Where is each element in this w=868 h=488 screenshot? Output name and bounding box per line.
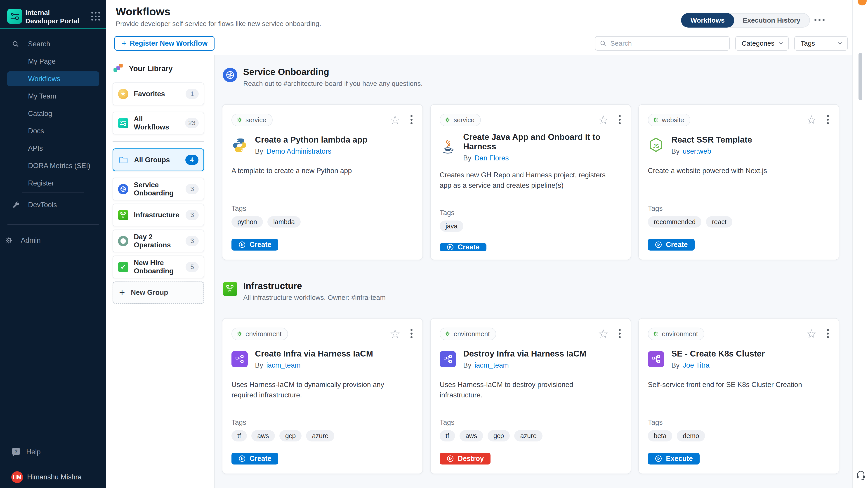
owner-link[interactable]: user:web bbox=[683, 147, 711, 156]
chevron-down-icon bbox=[837, 40, 843, 46]
tab-workflows[interactable]: Workflows bbox=[681, 13, 734, 28]
section-subtitle: All infrastructure workflows. Owner: #in… bbox=[243, 294, 385, 301]
tag-pill[interactable]: beta bbox=[648, 430, 672, 442]
action-label: Execute bbox=[666, 455, 693, 463]
workflow-board: Service Onboarding Reach out to #archite… bbox=[215, 55, 852, 488]
favorite-star-icon[interactable] bbox=[390, 115, 401, 125]
count-badge: 5 bbox=[186, 262, 199, 272]
categories-dropdown[interactable]: Categories bbox=[735, 36, 789, 51]
owner-link[interactable]: iacm_team bbox=[266, 361, 301, 369]
kebab-menu-icon[interactable] bbox=[618, 114, 622, 125]
kebab-menu-icon[interactable] bbox=[618, 328, 622, 339]
by-label: By bbox=[671, 147, 680, 156]
app-grid-icon[interactable] bbox=[91, 12, 101, 22]
by-label: By bbox=[255, 147, 263, 156]
register-new-workflow-button[interactable]: Register New Workflow bbox=[114, 36, 215, 51]
tag-pill[interactable]: gcp bbox=[279, 430, 302, 442]
sidebar-item-my-page[interactable]: My Page bbox=[7, 54, 99, 69]
tag-pill[interactable]: tf bbox=[231, 430, 247, 442]
count-badge: 23 bbox=[185, 118, 199, 128]
view-toggle: Workflows Execution History bbox=[681, 13, 810, 28]
tag-pill[interactable]: recommended bbox=[648, 216, 702, 228]
new-group-button[interactable]: New Group bbox=[113, 282, 204, 304]
section-title: Service Onboarding bbox=[243, 67, 423, 77]
by-label: By bbox=[463, 361, 471, 369]
action-label: Create bbox=[666, 240, 688, 249]
tags-label: Tags bbox=[648, 204, 830, 213]
tag-pill[interactable]: demo bbox=[677, 430, 705, 442]
sidebar-item-dora-metrics[interactable]: DORA Metrics (SEI) bbox=[7, 158, 99, 173]
tag-pill[interactable]: azure bbox=[514, 430, 542, 442]
sidebar-item-register[interactable]: Register bbox=[7, 176, 99, 191]
owner-link[interactable]: iacm_team bbox=[474, 361, 509, 369]
favorite-star-icon[interactable] bbox=[806, 329, 817, 339]
kebab-menu-icon[interactable] bbox=[410, 114, 413, 125]
library-item-new-hire-onboarding[interactable]: New Hire Onboarding 5 bbox=[113, 256, 204, 278]
sidebar-item-apis[interactable]: APIs bbox=[7, 141, 99, 156]
favorite-star-icon[interactable] bbox=[806, 115, 817, 125]
gear-icon bbox=[444, 117, 451, 123]
favorite-star-icon[interactable] bbox=[598, 329, 609, 339]
tag-pill[interactable]: python bbox=[231, 216, 263, 228]
library-divider bbox=[113, 141, 204, 142]
kebab-menu-icon[interactable] bbox=[826, 328, 830, 339]
favorite-star-icon[interactable] bbox=[598, 115, 609, 125]
tag-pill[interactable]: react bbox=[706, 216, 732, 228]
sidebar-user[interactable]: HM Himanshu Mishra bbox=[0, 470, 106, 484]
create-button[interactable]: Create bbox=[440, 243, 487, 251]
infrastructure-icon bbox=[118, 210, 128, 220]
tag-pill[interactable]: java bbox=[440, 221, 463, 232]
kebab-menu-icon[interactable] bbox=[826, 114, 830, 125]
owner-link[interactable]: Joe Titra bbox=[683, 361, 710, 369]
tag-pill[interactable]: gcp bbox=[488, 430, 510, 442]
tag-pill[interactable]: tf bbox=[440, 430, 455, 442]
create-button[interactable]: Create bbox=[231, 453, 278, 464]
execute-button[interactable]: Execute bbox=[648, 453, 700, 464]
card-title: Create Java App and Onboard it to Harnes… bbox=[463, 132, 622, 151]
support-headset-icon[interactable] bbox=[856, 469, 866, 481]
sidebar-item-my-team[interactable]: My Team bbox=[7, 89, 99, 104]
sidebar-item-label: DORA Metrics (SEI) bbox=[7, 162, 90, 170]
notification-fab[interactable] bbox=[858, 0, 867, 5]
sidebar-item-docs[interactable]: Docs bbox=[7, 124, 99, 138]
harness-logo-icon[interactable] bbox=[7, 9, 22, 24]
library-item-service-onboarding[interactable]: Service Onboarding 3 bbox=[113, 177, 204, 200]
sidebar-item-search[interactable]: Search bbox=[7, 37, 99, 52]
sidebar-item-label: Workflows bbox=[7, 75, 60, 83]
tag-pill[interactable]: aws bbox=[460, 430, 483, 442]
more-menu-icon[interactable] bbox=[814, 19, 825, 21]
owner-link[interactable]: Demo Administrators bbox=[266, 147, 331, 156]
sidebar-item-label: APIs bbox=[7, 144, 43, 153]
tag-pill[interactable]: lambda bbox=[268, 216, 301, 228]
favorite-star-icon[interactable] bbox=[390, 329, 401, 339]
library-item-all-workflows[interactable]: All Workflows 23 bbox=[113, 111, 204, 134]
library-item-infrastructure[interactable]: Infrastructure 3 bbox=[113, 203, 204, 226]
kind-badge: environment bbox=[231, 328, 288, 340]
sidebar-divider bbox=[22, 193, 84, 193]
tags-dropdown[interactable]: Tags bbox=[794, 36, 848, 51]
iacm-icon bbox=[231, 351, 248, 367]
tag-pill[interactable]: aws bbox=[251, 430, 275, 442]
library-item-day2-operations[interactable]: Day 2 Operations 3 bbox=[113, 230, 204, 252]
library-item-favorites[interactable]: Favorites 1 bbox=[113, 83, 204, 105]
sidebar-item-help[interactable]: ? Help bbox=[0, 445, 106, 459]
sidebar-item-workflows[interactable]: Workflows bbox=[7, 71, 99, 86]
tab-execution-history[interactable]: Execution History bbox=[733, 13, 810, 28]
library-item-all-groups[interactable]: All Groups 4 bbox=[113, 149, 204, 171]
search-input[interactable] bbox=[595, 36, 730, 51]
sidebar-item-admin[interactable]: Admin bbox=[0, 233, 106, 248]
library-panel: Your Library Favorites 1 All Workflows 2… bbox=[106, 55, 215, 488]
sidebar-item-catalog[interactable]: Catalog bbox=[7, 106, 99, 121]
action-label: Destroy bbox=[458, 455, 484, 463]
create-button[interactable]: Create bbox=[231, 239, 278, 251]
owner-link[interactable]: Dan Flores bbox=[474, 154, 509, 162]
kebab-menu-icon[interactable] bbox=[410, 328, 413, 339]
scrollbar-thumb[interactable] bbox=[859, 53, 862, 100]
card-title: Create a Python lambda app bbox=[255, 135, 368, 144]
card-row: environment bbox=[222, 318, 852, 474]
create-button[interactable]: Create bbox=[648, 239, 694, 251]
sidebar-item-devtools[interactable]: DevTools bbox=[7, 197, 99, 213]
destroy-button[interactable]: Destroy bbox=[440, 453, 491, 464]
user-name: Himanshu Mishra bbox=[27, 473, 82, 481]
tag-pill[interactable]: azure bbox=[306, 430, 334, 442]
